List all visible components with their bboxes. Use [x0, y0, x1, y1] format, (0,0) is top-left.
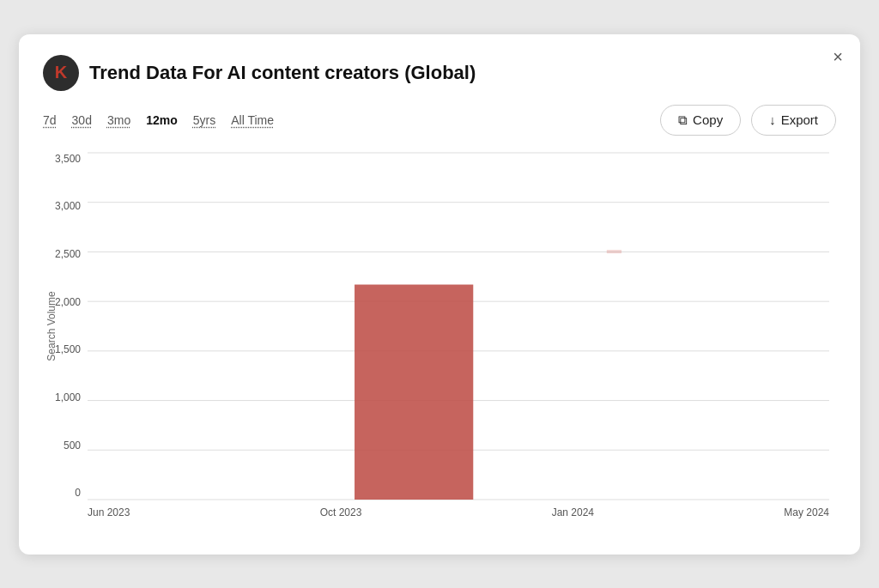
- card-header: K Trend Data For AI content creators (Gl…: [43, 55, 836, 91]
- chart-svg: [88, 153, 829, 500]
- trend-card: × K Trend Data For AI content creators (…: [19, 34, 860, 555]
- filter-alltime[interactable]: All Time: [231, 113, 274, 127]
- filter-3mo[interactable]: 3mo: [107, 113, 130, 127]
- copy-label: Copy: [693, 112, 723, 127]
- action-buttons: ⧉ Copy ↓ Export: [660, 105, 836, 136]
- toolbar: 7d 30d 3mo 12mo 5yrs All Time ⧉ Copy ↓ E…: [43, 105, 836, 136]
- x-label-jan2024: Jan 2024: [552, 506, 594, 518]
- y-tick-0: 0: [75, 487, 81, 499]
- export-icon: ↓: [769, 112, 776, 127]
- time-filter-group: 7d 30d 3mo 12mo 5yrs All Time: [43, 113, 274, 127]
- y-tick-500: 500: [64, 439, 81, 452]
- y-tick-3500: 3,500: [55, 153, 81, 165]
- y-axis: 3,500 3,000 2,500 2,000 1,500 1,000 500 …: [43, 153, 88, 500]
- y-tick-1000: 1,000: [55, 391, 81, 403]
- filter-5yrs[interactable]: 5yrs: [193, 113, 215, 127]
- x-label-may2024: May 2024: [784, 506, 829, 518]
- chart-plot: [88, 153, 829, 500]
- y-tick-1500: 1,500: [55, 343, 81, 355]
- copy-icon: ⧉: [678, 112, 688, 128]
- x-label-oct2023: Oct 2023: [320, 506, 362, 518]
- x-label-jun2023: Jun 2023: [88, 506, 130, 518]
- filter-30d[interactable]: 30d: [72, 113, 92, 127]
- y-tick-2000: 2,000: [55, 296, 81, 308]
- y-tick-2500: 2,500: [55, 248, 81, 260]
- logo-avatar: K: [43, 55, 79, 91]
- y-tick-3000: 3,000: [55, 200, 81, 212]
- svg-rect-8: [607, 250, 621, 253]
- bar-oct2023: [355, 284, 473, 499]
- filter-12mo[interactable]: 12mo: [146, 113, 178, 127]
- chart-area: Search Volume 3,500 3,000 2,500 2,000 1,…: [43, 153, 836, 530]
- export-label: Export: [781, 112, 818, 127]
- copy-button[interactable]: ⧉ Copy: [660, 105, 741, 136]
- export-button[interactable]: ↓ Export: [751, 105, 836, 136]
- page-title: Trend Data For AI content creators (Glob…: [89, 62, 476, 84]
- filter-7d[interactable]: 7d: [43, 113, 57, 127]
- x-axis: Jun 2023 Oct 2023 Jan 2024 May 2024: [88, 506, 829, 530]
- close-button[interactable]: ×: [833, 48, 843, 65]
